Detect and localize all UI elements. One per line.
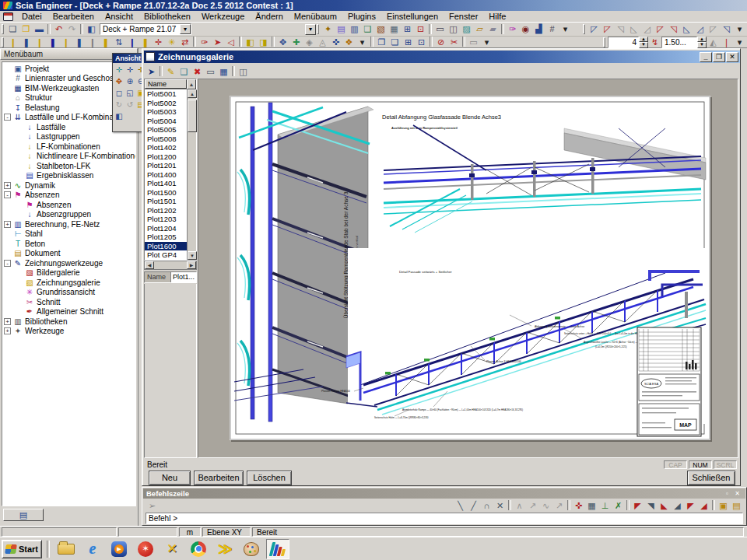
tree-item[interactable]: ✒ Allgemeiner Schnitt bbox=[4, 307, 135, 317]
close-button[interactable]: ✕ bbox=[726, 52, 738, 62]
print-view-icon[interactable]: ↻ bbox=[114, 99, 124, 110]
tree-expander[interactable]: + bbox=[4, 327, 11, 334]
layers-icon[interactable]: ▤ bbox=[335, 24, 348, 35]
window-single-icon[interactable]: ⊡ bbox=[415, 37, 428, 47]
sort-icon[interactable]: ⇅ bbox=[112, 37, 125, 47]
export-plot-icon[interactable]: ▦ bbox=[217, 66, 230, 77]
plot-list-item[interactable]: Plot1205 bbox=[145, 233, 188, 242]
move-node-icon[interactable]: ↗ bbox=[526, 500, 539, 511]
dialog-title-bar[interactable]: Zeichnungsgalerie _❐✕ bbox=[144, 51, 740, 63]
snap-cursor-icon[interactable]: ✜ bbox=[572, 500, 585, 511]
tree-item[interactable]: ↓ LF-Kombinationen bbox=[4, 142, 135, 152]
draw-line-icon[interactable]: ╲ bbox=[454, 500, 467, 511]
view-style-icon[interactable]: ◹ bbox=[720, 24, 733, 35]
scale-combo[interactable]: 1.50... bbox=[661, 37, 697, 48]
chevron-down-icon[interactable]: ▾ bbox=[305, 24, 316, 35]
frame-icon[interactable]: ⊡ bbox=[414, 24, 427, 35]
scroll-left-icon[interactable]: ◀ bbox=[145, 261, 154, 269]
combination-icon[interactable]: ❚ bbox=[139, 37, 152, 47]
tree-item[interactable]: - ✎ Zeichnungswerkzeuge bbox=[4, 258, 135, 268]
open-icon[interactable]: ❐ bbox=[19, 24, 33, 35]
more-icon[interactable]: ▾ bbox=[356, 37, 369, 47]
menu-item[interactable]: Bibliotheken bbox=[139, 11, 196, 22]
loadcase-icon[interactable]: ❙ bbox=[125, 37, 139, 47]
select-icon[interactable]: ✑ bbox=[198, 37, 211, 47]
swap-icon[interactable]: ⇄ bbox=[178, 37, 191, 47]
plot-list-item[interactable]: Plot1501 bbox=[145, 197, 188, 206]
redo-icon[interactable]: ↷ bbox=[65, 24, 79, 35]
scroll-up-icon[interactable]: ▲ bbox=[188, 89, 197, 98]
status-plane[interactable]: Ebene XY bbox=[202, 527, 251, 537]
zoom-all-icon[interactable]: ✛ bbox=[114, 64, 124, 75]
tree-expander[interactable]: + bbox=[4, 221, 11, 228]
loadcase-icon[interactable]: ❙ bbox=[6, 37, 19, 47]
window-icon[interactable]: ❐ bbox=[375, 37, 388, 47]
loadcase-icon[interactable]: ❙ bbox=[86, 37, 99, 47]
spinner-buttons[interactable]: ▲▼ bbox=[639, 37, 648, 48]
document-window-icon[interactable] bbox=[3, 12, 13, 21]
property-name-value[interactable]: Plot1... bbox=[171, 272, 196, 282]
zoom-selection-icon[interactable]: ✛ bbox=[124, 64, 135, 75]
layer-filter-icon[interactable]: ◬ bbox=[316, 37, 329, 47]
vertical-scrollbar[interactable]: ▲ ▼ bbox=[187, 89, 196, 260]
menu-item[interactable]: Ändern bbox=[250, 11, 288, 22]
calculator-icon[interactable]: ◉ bbox=[519, 24, 532, 35]
tree-item[interactable]: ⊢ Stahl bbox=[4, 229, 135, 240]
erase-icon[interactable]: ✕ bbox=[493, 500, 507, 511]
view-3d-icon[interactable]: ◧ bbox=[114, 110, 124, 122]
document-icon[interactable]: ▱ bbox=[473, 24, 486, 35]
tools-app-icon[interactable]: ✕ bbox=[160, 539, 184, 559]
deselect-icon[interactable]: ◁ bbox=[224, 37, 237, 47]
copy-view-icon[interactable]: ↺ bbox=[124, 99, 135, 110]
tree-item[interactable]: T Beton bbox=[4, 239, 135, 249]
plot-list-item[interactable]: Plot1203 bbox=[145, 215, 188, 224]
clipboard-icon[interactable]: ▧ bbox=[374, 24, 388, 35]
menu-item[interactable]: Fenster bbox=[444, 11, 483, 22]
snap-perpendicular-icon[interactable]: ⊥ bbox=[598, 500, 612, 511]
scia-engineer-taskbar-icon[interactable] bbox=[266, 539, 289, 559]
select-node-icon[interactable]: ∧ bbox=[513, 500, 526, 511]
tree-item[interactable]: ▨ Bildergalerie bbox=[4, 268, 135, 278]
toolbar-grip[interactable] bbox=[2, 37, 4, 47]
activity-icon[interactable]: ✥ bbox=[276, 37, 289, 47]
start-button[interactable]: Start bbox=[2, 540, 42, 558]
print-icon[interactable]: ▭ bbox=[433, 24, 447, 35]
plot-list-item[interactable]: Plot5004 bbox=[145, 117, 188, 126]
section-icon[interactable]: # bbox=[545, 24, 559, 35]
more-icon[interactable]: ▾ bbox=[480, 37, 493, 47]
toolbar-grip[interactable] bbox=[317, 24, 319, 34]
ruler-icon[interactable]: ❘ bbox=[720, 37, 733, 47]
tree-item[interactable]: ↓ Absenzgruppen bbox=[4, 210, 135, 220]
crosshair-icon[interactable]: ✜ bbox=[329, 37, 342, 47]
draw-ray-icon[interactable]: ╱ bbox=[467, 500, 480, 511]
tree-item[interactable]: + ▥ Berechnung, FE-Netz bbox=[4, 219, 135, 229]
table-icon[interactable]: ⊞ bbox=[401, 24, 414, 35]
combination-icon[interactable]: ❚ bbox=[99, 37, 112, 47]
more-icon[interactable]: ▾ bbox=[733, 37, 746, 47]
curve-icon[interactable]: ∿ bbox=[539, 500, 552, 511]
status-units[interactable]: m bbox=[179, 527, 201, 537]
loadcase-icon[interactable]: ❚ bbox=[19, 37, 33, 47]
maximize-button[interactable]: ❐ bbox=[713, 52, 725, 62]
tree-item[interactable]: ⚑ Absenzen bbox=[4, 200, 135, 210]
member-count-spinner[interactable]: 4 bbox=[608, 37, 639, 48]
preview-icon[interactable]: ◫ bbox=[447, 24, 460, 35]
preview-plot-icon[interactable]: ◫ bbox=[237, 66, 250, 77]
view-style-icon[interactable]: ◸ bbox=[601, 24, 614, 35]
tree-expander[interactable]: + bbox=[4, 318, 11, 325]
view-style-icon[interactable]: ◺ bbox=[627, 24, 640, 35]
tree-item[interactable]: ↓ Nichtlineare LF-Kombinationen bbox=[4, 152, 135, 162]
combination-icon[interactable]: ❚ bbox=[46, 37, 59, 47]
toolbar-grip[interactable] bbox=[2, 24, 4, 34]
tree-item[interactable]: + ✦ Werkzeuge bbox=[4, 327, 135, 337]
new-icon[interactable]: ❏ bbox=[6, 24, 19, 35]
toolbar-grip[interactable] bbox=[583, 24, 585, 34]
tree-item[interactable]: ✂ Schnitt bbox=[4, 297, 135, 307]
lasso-icon[interactable]: ➤ bbox=[211, 37, 224, 47]
sort-asc-icon[interactable]: ▲ bbox=[187, 79, 196, 89]
snap-intersection-icon[interactable]: ✗ bbox=[612, 500, 625, 511]
media-player-icon[interactable]: ▶ bbox=[107, 539, 131, 559]
storey-icon[interactable]: ▥ bbox=[348, 24, 361, 35]
bim-link-icon[interactable]: ✦ bbox=[321, 24, 335, 35]
toggle-left-icon[interactable]: ◧ bbox=[244, 37, 257, 47]
